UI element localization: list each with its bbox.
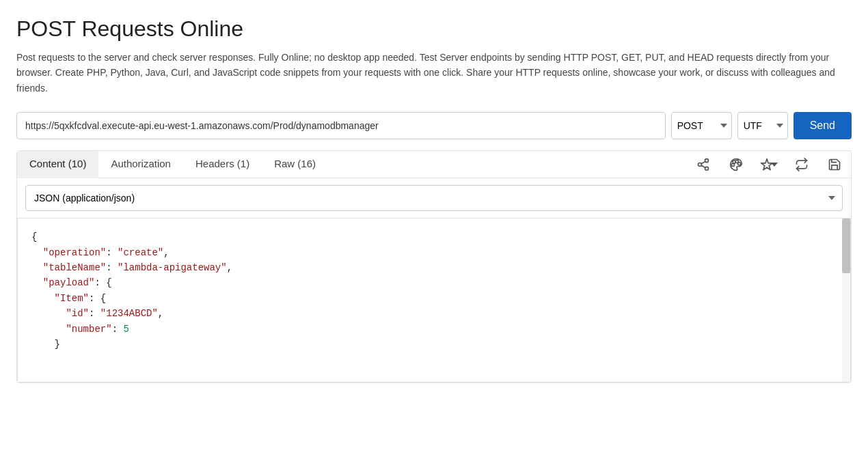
convert-icon-button[interactable] [791, 154, 813, 176]
json-line-4: "payload": { [31, 275, 837, 290]
tabs-row: Content (10) Authorization Headers (1) R… [17, 151, 851, 178]
share-icon [696, 158, 710, 171]
scrollbar-track[interactable] [842, 219, 850, 382]
main-panel: Content (10) Authorization Headers (1) R… [16, 150, 852, 383]
content-type-row: JSON (application/json) Text (text/plain… [17, 178, 851, 219]
page-title: POST Requests Online [16, 16, 852, 42]
svg-line-3 [701, 165, 705, 167]
json-line-6: "id": "1234ABCD", [31, 306, 837, 321]
dropdown-arrow [771, 161, 778, 168]
tabs-right [692, 154, 851, 176]
tabs-left: Content (10) Authorization Headers (1) R… [17, 151, 692, 178]
save-icon-button[interactable] [824, 154, 845, 176]
url-input[interactable] [16, 112, 666, 139]
svg-point-8 [731, 163, 734, 166]
json-line-8: } [31, 337, 837, 352]
convert-icon [795, 158, 809, 171]
page-description: Post requests to the server and check se… [16, 50, 850, 96]
send-button[interactable]: Send [794, 112, 852, 139]
url-bar: POST GET PUT HEAD DELETE UTF UTF-8 ASCII… [16, 112, 852, 139]
tab-headers[interactable]: Headers (1) [183, 151, 262, 178]
scrollbar-thumb[interactable] [842, 219, 850, 273]
tab-content[interactable]: Content (10) [17, 151, 98, 178]
tab-authorization[interactable]: Authorization [98, 151, 183, 178]
content-type-select[interactable]: JSON (application/json) Text (text/plain… [25, 185, 843, 211]
json-line-2: "operation": "create", [31, 245, 837, 260]
code-editor[interactable]: { "operation": "create", "tableName": "l… [17, 219, 851, 382]
tab-raw[interactable]: Raw (16) [262, 151, 328, 178]
json-line-7: "number": 5 [31, 322, 837, 337]
method-select[interactable]: POST GET PUT HEAD DELETE [671, 112, 732, 139]
svg-line-4 [701, 161, 705, 163]
share-icon-button[interactable] [692, 154, 714, 176]
palette-icon [729, 158, 743, 171]
theme-icon-button[interactable] [725, 154, 747, 176]
json-line-3: "tableName": "lambda-apigateway", [31, 260, 837, 275]
svg-point-6 [738, 162, 741, 165]
json-line-1: { [31, 229, 837, 244]
save-icon [828, 158, 841, 171]
magic-icon-button[interactable] [758, 154, 780, 176]
json-line-5: "Item": { [31, 291, 837, 306]
encoding-select[interactable]: UTF UTF-8 ASCII [737, 112, 788, 139]
